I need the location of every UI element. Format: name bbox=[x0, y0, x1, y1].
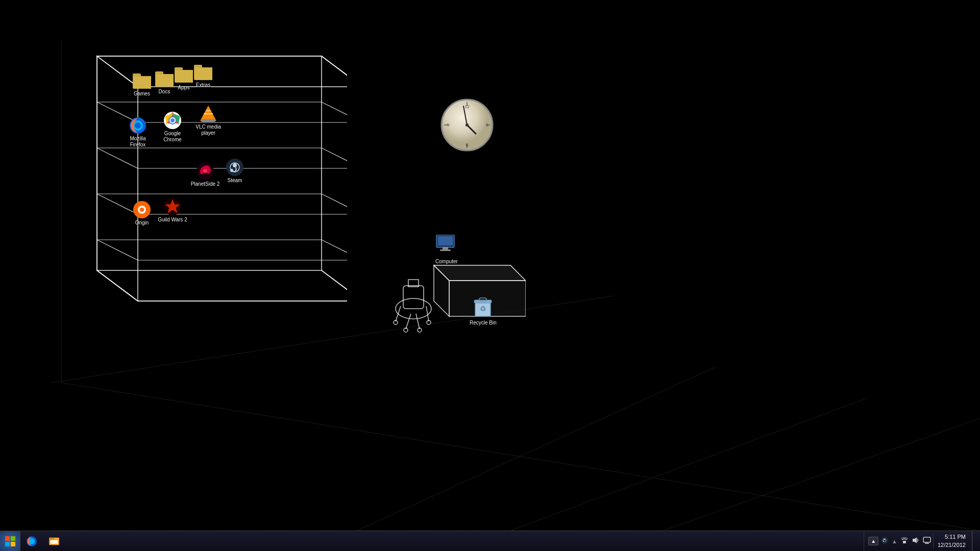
tray-volume-icon[interactable] bbox=[912, 536, 920, 546]
svg-point-104 bbox=[881, 537, 888, 544]
taskbar-time: 5:11 PM bbox=[945, 533, 966, 541]
svg-marker-11 bbox=[322, 56, 347, 301]
taskbar-firefox[interactable] bbox=[21, 532, 42, 550]
svg-rect-98 bbox=[11, 542, 15, 546]
svg-line-79 bbox=[416, 314, 420, 329]
start-button[interactable] bbox=[0, 531, 20, 552]
tray-icons: ▲ bbox=[880, 536, 931, 546]
vlc-icon[interactable]: VLC mediaplayer bbox=[193, 105, 224, 136]
svg-line-17 bbox=[97, 148, 138, 168]
svg-line-22 bbox=[322, 194, 347, 214]
svg-rect-48 bbox=[201, 119, 215, 122]
svg-point-42 bbox=[135, 122, 141, 129]
bookshelf: Games Docs Apps bbox=[51, 41, 347, 321]
svg-rect-97 bbox=[5, 542, 10, 546]
svg-rect-90 bbox=[440, 249, 451, 251]
svg-rect-103 bbox=[51, 540, 58, 543]
clock-face: 12 3 6 9 bbox=[439, 97, 495, 153]
recycle-bin-svg: ♻ bbox=[473, 296, 493, 319]
svg-text:3: 3 bbox=[486, 122, 488, 128]
svg-point-56 bbox=[203, 169, 207, 173]
svg-line-2 bbox=[510, 398, 868, 531]
svg-point-53 bbox=[233, 163, 237, 167]
tray-action-center-icon[interactable] bbox=[923, 536, 931, 546]
svg-rect-88 bbox=[438, 236, 453, 245]
svg-rect-74 bbox=[403, 286, 424, 309]
svg-text:9: 9 bbox=[447, 122, 450, 128]
taskbar-firefox-icon bbox=[26, 536, 37, 547]
svg-line-14 bbox=[322, 102, 347, 122]
clock-widget: 12 3 6 9 bbox=[439, 97, 495, 153]
origin-icon[interactable]: Origin bbox=[127, 201, 157, 226]
svg-point-106 bbox=[884, 539, 886, 540]
svg-rect-30 bbox=[133, 77, 151, 88]
svg-line-18 bbox=[322, 148, 347, 168]
svg-line-26 bbox=[322, 240, 347, 260]
guildwars2-icon[interactable]: Guild Wars 2 bbox=[157, 197, 188, 223]
tray-expand-button[interactable]: ▲ bbox=[868, 537, 878, 545]
taskbar-date: 12/21/2012 bbox=[938, 541, 966, 549]
svg-line-77 bbox=[426, 306, 429, 321]
taskbar-explorer-icon bbox=[48, 536, 60, 547]
svg-line-76 bbox=[396, 306, 401, 321]
svg-point-107 bbox=[883, 541, 884, 542]
recycle-bin-icon[interactable]: ♻ Recycle Bin bbox=[470, 296, 497, 325]
computer-icon-svg bbox=[434, 235, 459, 258]
planetside2-icon[interactable]: PlanetSide 2 bbox=[190, 162, 220, 187]
tray-steam-icon[interactable] bbox=[880, 536, 889, 546]
show-desktop-button[interactable] bbox=[972, 531, 976, 552]
svg-rect-92 bbox=[474, 300, 492, 303]
svg-rect-108 bbox=[903, 541, 906, 543]
svg-rect-102 bbox=[49, 537, 54, 540]
svg-text:♻: ♻ bbox=[480, 305, 486, 313]
tray-network-icon[interactable] bbox=[900, 536, 909, 546]
svg-marker-84 bbox=[434, 265, 526, 281]
svg-line-78 bbox=[406, 314, 411, 329]
desk-area: Computer ♻ Recycle Bin bbox=[383, 235, 526, 347]
svg-rect-95 bbox=[5, 536, 10, 541]
svg-line-1 bbox=[357, 367, 715, 531]
extras-folder-icon[interactable]: Extras bbox=[188, 63, 218, 88]
firefox-icon[interactable]: MozillaFirefox bbox=[122, 116, 153, 148]
svg-point-72 bbox=[465, 123, 469, 127]
chrome-icon[interactable]: GoogleChrome bbox=[157, 111, 188, 143]
svg-line-25 bbox=[97, 240, 138, 260]
svg-rect-96 bbox=[11, 536, 15, 541]
svg-line-6 bbox=[61, 383, 980, 531]
svg-rect-110 bbox=[923, 537, 930, 542]
taskbar: ▲ ▲ bbox=[0, 531, 980, 551]
svg-point-54 bbox=[230, 169, 233, 172]
windows-logo-icon bbox=[4, 535, 16, 547]
svg-marker-109 bbox=[913, 537, 917, 543]
svg-rect-39 bbox=[194, 68, 212, 80]
svg-line-3 bbox=[664, 418, 980, 531]
computer-icon[interactable]: Computer bbox=[434, 235, 459, 264]
svg-point-60 bbox=[140, 208, 144, 212]
svg-point-46 bbox=[170, 118, 175, 122]
svg-text:12: 12 bbox=[465, 104, 470, 109]
svg-text:6: 6 bbox=[466, 142, 469, 147]
svg-marker-10 bbox=[97, 270, 347, 301]
taskbar-explorer[interactable] bbox=[44, 532, 64, 550]
steam-icon[interactable]: Steam bbox=[219, 158, 250, 184]
system-tray: ▲ ▲ bbox=[864, 531, 980, 552]
desktop: Games Docs Apps bbox=[0, 0, 980, 531]
taskbar-clock[interactable]: 5:11 PM 12/21/2012 bbox=[933, 533, 970, 549]
tray-notification-icon[interactable]: ▲ bbox=[892, 538, 897, 544]
